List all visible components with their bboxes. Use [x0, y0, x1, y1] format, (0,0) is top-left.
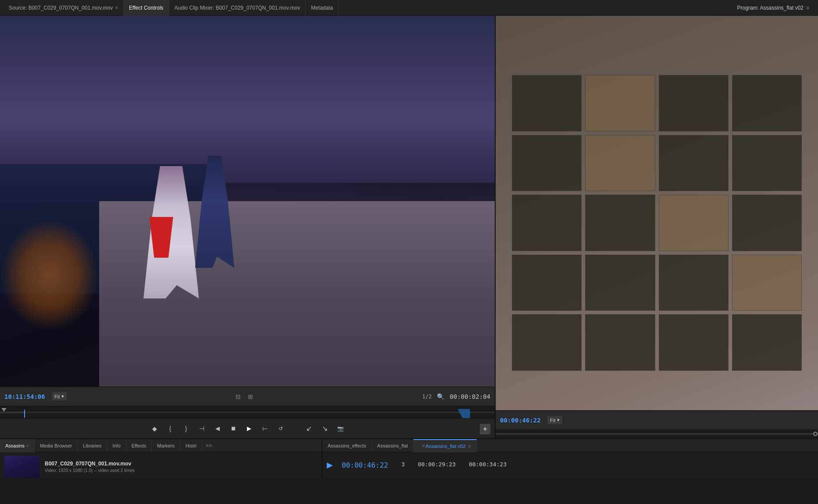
assassins-flat-label: Assassins_flat [377, 443, 408, 448]
tab-info[interactable]: Info [107, 439, 126, 452]
window-11 [659, 195, 729, 251]
source-timecode: 10:11:54:06 [4, 393, 48, 400]
effects-label: Effects [132, 443, 146, 448]
timeline-in-point: 00:00:29:23 [418, 461, 456, 469]
source-playback-controls: ◆ { } ⊣ ◀ ⏹ ▶ ⊢ ↺ ↙ ↘ 📷 + [0, 418, 495, 438]
window-12 [732, 195, 802, 251]
source-end-timecode: 00:00:02:04 [450, 393, 490, 400]
clip-thumbnail [4, 456, 39, 478]
window-7 [659, 135, 729, 192]
overwrite-button[interactable]: ↘ [318, 422, 331, 435]
tab-histri[interactable]: Histri [180, 439, 202, 452]
source-tab[interactable]: Source: B007_C029_0707QN_001.mov.mov ≡ [4, 0, 124, 16]
window-18 [585, 314, 655, 371]
window-16 [732, 255, 802, 311]
tab-media-browser[interactable]: Media Browser [35, 439, 78, 452]
assasins-tab-label: Assasins [5, 443, 25, 448]
assassins-flat-v02-label: Assassins_flat v02 [425, 444, 465, 449]
window-13 [512, 255, 582, 311]
program-monitor: 00:00:46:22 Fit ▾ [496, 16, 818, 438]
timeline-current-time: 00:00:46:22 [342, 461, 388, 469]
program-video-preview [496, 16, 818, 410]
top-tab-bar: Source: B007_C029_0707QN_001.mov.mov ≡ E… [0, 0, 818, 16]
program-tab-menu[interactable]: ≡ [806, 5, 809, 11]
scrubber-cursor [1, 408, 7, 412]
source-scrubber-bar[interactable] [0, 406, 495, 418]
tab-effects[interactable]: Effects [126, 439, 152, 452]
libraries-label: Libraries [83, 443, 101, 448]
metadata-label: Metadata [311, 5, 333, 11]
window-15 [659, 255, 729, 311]
tab-assassins-flat[interactable]: Assassins_flat [372, 439, 414, 452]
audio-mixer-tab[interactable]: Audio Clip Mixer: B007_C029_0707QN_001.m… [169, 0, 306, 16]
effect-controls-tab[interactable]: Effect Controls [124, 0, 169, 16]
window-3 [659, 75, 729, 131]
window-17 [512, 314, 582, 371]
timeline-content: ▶ 00:00:46:22 3 00:00:29:23 00:00:34:23 [322, 452, 818, 478]
zoom-icon[interactable]: 🔍 [437, 393, 444, 400]
tab-markers[interactable]: Markers [152, 439, 180, 452]
add-button[interactable]: + [480, 424, 490, 434]
effect-controls-label: Effect Controls [129, 5, 163, 11]
markers-label: Markers [157, 443, 175, 448]
clip-end-marker [458, 409, 470, 419]
timeline-tab-menu[interactable]: ≡ [468, 444, 471, 449]
tab-libraries[interactable]: Libraries [78, 439, 107, 452]
close-timeline-icon[interactable]: ✕ [422, 443, 425, 449]
export-frame-button[interactable]: 📷 [334, 422, 346, 435]
window-19 [659, 314, 729, 371]
window-20 [732, 314, 802, 371]
timeline-cursor: ▶ [327, 460, 333, 470]
histri-label: Histri [186, 443, 196, 448]
source-tab-menu[interactable]: ≡ [115, 5, 118, 10]
more-tabs-button[interactable]: >> [202, 439, 215, 452]
tab-assasins[interactable]: Assasins ≡ [0, 439, 35, 452]
timeline-count: 3 [401, 461, 405, 469]
project-panel: Assasins ≡ Media Browser Libraries Info … [0, 439, 322, 478]
timeline-panel: Assassins_effects Assassins_flat ✕ Assas… [322, 439, 818, 478]
prog-circle-marker [813, 432, 818, 436]
multi-cam-icon[interactable]: ⊞ [248, 393, 253, 400]
source-fit-dropdown[interactable]: Fit ▾ [52, 392, 67, 401]
figure2 [193, 156, 236, 268]
program-tab[interactable]: Program: Assassins_flat v02 ≡ [732, 0, 814, 16]
scene-lights [0, 220, 99, 331]
prog-scrub-track [496, 433, 818, 435]
shuttle-in-button[interactable]: ⊣ [196, 422, 208, 435]
building-windows [512, 75, 802, 371]
insert-button[interactable]: ↙ [303, 422, 315, 435]
window-2 [585, 75, 655, 131]
clip-thumb-inner [4, 456, 39, 478]
source-video-frame [0, 16, 495, 387]
mark-clip-button[interactable]: ◆ [148, 422, 161, 435]
window-5 [512, 135, 582, 192]
program-monitor-controls: 00:00:46:22 Fit ▾ [496, 410, 818, 429]
project-panel-tabs: Assasins ≡ Media Browser Libraries Info … [0, 439, 321, 452]
safe-margins-icon[interactable]: ⊟ [236, 393, 241, 400]
shuttle-out-button[interactable]: ⊢ [259, 422, 271, 435]
scene-figures [124, 146, 321, 349]
loop-button[interactable]: ↺ [275, 422, 287, 435]
tab-assassins-flat-v02[interactable]: ✕ Assassins_flat v02 ≡ [414, 439, 477, 452]
main-layout: 10:11:54:06 Fit ▾ ⊟ ⊞ 1/2 🔍 00:00:02:04 [0, 16, 818, 438]
program-fit-chevron: ▾ [557, 417, 560, 423]
scrubber-playhead [24, 410, 25, 418]
mark-in-button[interactable]: { [164, 422, 176, 435]
window-9 [512, 195, 582, 251]
metadata-tab[interactable]: Metadata [306, 0, 339, 16]
program-fit-dropdown[interactable]: Fit ▾ [547, 416, 562, 424]
program-tab-label: Program: Assassins_flat v02 [737, 5, 804, 11]
program-timecode: 00:00:46:22 [500, 417, 544, 424]
timeline-timecodes: 00:00:46:22 3 00:00:29:23 00:00:34:23 [342, 461, 507, 469]
stop-button[interactable]: ⏹ [227, 422, 239, 435]
program-scrubber[interactable] [496, 429, 818, 438]
mark-out-button[interactable]: } [180, 422, 192, 435]
window-1 [512, 75, 582, 131]
timeline-tabs: Assassins_effects Assassins_flat ✕ Assas… [322, 439, 818, 452]
project-panel-content: B007_C029_0707QN_001.mov.mov Video: 1920… [0, 452, 321, 481]
scrubber-fill [0, 412, 25, 413]
assasins-tab-menu[interactable]: ≡ [26, 444, 29, 448]
play-button[interactable]: ▶ [243, 422, 255, 435]
step-back-button[interactable]: ◀ [211, 422, 224, 435]
tab-assassins-effects[interactable]: Assassins_effects [322, 439, 372, 452]
